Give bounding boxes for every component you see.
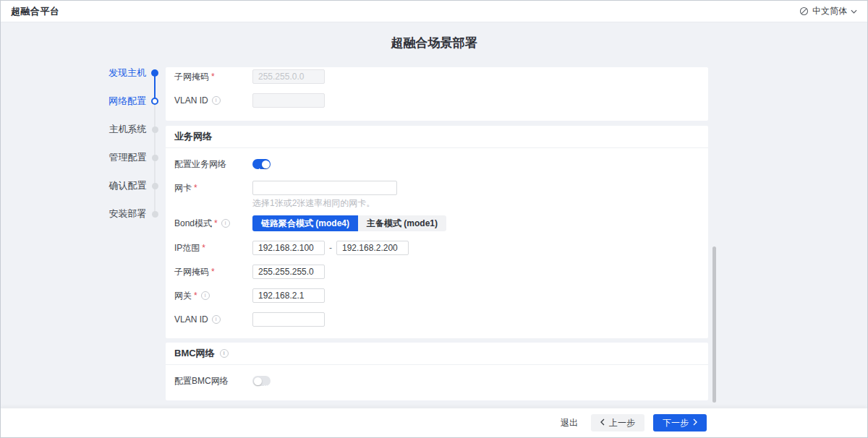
card-business-network: 业务网络 配置业务网络 网卡 * [166, 126, 708, 338]
step-item-confirm-config[interactable]: 确认配置 [106, 181, 158, 191]
next-step-button[interactable]: 下一步 [653, 414, 707, 431]
language-selector[interactable]: 中文简体 [799, 5, 857, 17]
nic-helper-text: 选择1张或2张速率相同的网卡。 [252, 198, 699, 208]
business-vlan-id-input[interactable] [252, 312, 325, 327]
required-asterisk: * [202, 243, 205, 253]
field-label: VLAN ID i [174, 314, 252, 325]
step-item-install-deploy[interactable]: 安装部署 [106, 209, 158, 219]
field-label-text: IP范围 [174, 242, 200, 254]
field-label-text: 子网掩码 [174, 71, 209, 83]
topbar: 超融合平台 中文简体 [1, 1, 867, 22]
stepper-line [154, 73, 156, 214]
step-label: 主机系统 [109, 123, 147, 136]
step-label: 管理配置 [109, 151, 147, 164]
gateway-input[interactable] [252, 288, 325, 303]
form-row-gateway: 网关 * i [174, 288, 699, 303]
mgmt-vlan-id-input [252, 93, 325, 108]
bmc-network-toggle[interactable] [252, 376, 271, 386]
prev-step-label: 上一步 [609, 418, 635, 427]
field-label-text: 网关 [174, 290, 192, 302]
language-label: 中文简体 [812, 5, 847, 17]
step-item-host-system[interactable]: 主机系统 [106, 124, 158, 134]
scrollbar-thumb[interactable] [712, 246, 716, 403]
info-icon[interactable]: i [221, 219, 230, 228]
step-item-network-config[interactable]: 网络配置 [106, 96, 158, 106]
cross-icon [263, 379, 268, 392]
toggle-knob [254, 377, 262, 385]
form-row-bmc-toggle: 配置BMC网络 [174, 374, 699, 388]
check-icon [256, 162, 260, 175]
info-icon[interactable]: i [201, 291, 210, 300]
field-label: 配置BMC网络 [174, 375, 252, 387]
wizard-footer: 退出 上一步 下一步 [1, 408, 867, 437]
step-dot-pending [152, 211, 158, 218]
step-label: 确认配置 [109, 179, 147, 192]
chevron-right-icon [693, 418, 697, 427]
field-label: 配置业务网络 [174, 158, 252, 171]
field-label-text: VLAN ID [174, 95, 208, 106]
business-subnet-mask-input[interactable] [252, 265, 325, 279]
field-label-text: 网卡 [174, 182, 192, 194]
bmc-network-form: 配置BMC网络 [166, 365, 708, 388]
required-asterisk: * [194, 183, 197, 193]
brand-logo: 超融合平台 [11, 5, 60, 18]
form-row-ip-range: IP范围 * - [174, 241, 699, 255]
step-dot-current [151, 98, 158, 105]
form-row-business-toggle: 配置业务网络 [174, 157, 699, 171]
form-row-vlan-id: VLAN ID i [174, 312, 699, 327]
form-row-vlan-id: VLAN ID i [174, 93, 699, 108]
required-asterisk: * [211, 267, 215, 277]
field-label-text: VLAN ID [174, 314, 208, 325]
field-label: 子网掩码 * [174, 266, 252, 278]
step-item-management-config[interactable]: 管理配置 [106, 153, 158, 163]
field-label: Bond模式 * i [174, 218, 252, 230]
step-label: 发现主机 [109, 66, 146, 80]
step-dot-done [151, 69, 158, 77]
mgmt-subnet-mask-input [252, 69, 325, 84]
field-label: 网卡 * [174, 182, 252, 194]
toggle-knob [262, 160, 270, 168]
ip-range-end-input[interactable] [336, 241, 409, 255]
chevron-down-icon [851, 9, 857, 14]
form-row-subnet-mask: 子网掩码 * [174, 265, 699, 279]
field-label-text: 配置业务网络 [174, 158, 226, 171]
business-network-toggle[interactable] [252, 159, 271, 169]
form-row-bond-mode: Bond模式 * i 链路聚合模式 (mode4) 主备模式 (mode1) [174, 215, 699, 231]
bond-mode4-button[interactable]: 链路聚合模式 (mode4) [252, 215, 358, 231]
form-row-nic: 网卡 * [174, 181, 699, 195]
step-label: 安装部署 [109, 207, 147, 220]
step-dot-pending [152, 183, 158, 189]
card-bmc-network: BMC网络 i 配置BMC网络 [166, 343, 708, 400]
card-management-network: 子网掩码 * VLAN ID i [166, 67, 708, 121]
deployment-wizard-app: 超融合平台 中文简体 超融合场景部署 发现主机 网络配置 主机系统 [0, 0, 868, 438]
field-label-text: 配置BMC网络 [174, 375, 229, 387]
field-label-text: 子网掩码 [174, 266, 209, 278]
next-step-label: 下一步 [663, 418, 689, 427]
required-asterisk: * [194, 291, 197, 301]
section-title-business-network: 业务网络 [166, 126, 708, 148]
page-title: 超融合场景部署 [1, 35, 867, 51]
required-asterisk: * [211, 72, 215, 82]
field-label: VLAN ID i [174, 95, 252, 106]
bond-mode1-button[interactable]: 主备模式 (mode1) [358, 215, 446, 231]
form-row-subnet-mask: 子网掩码 * [174, 69, 699, 84]
info-icon[interactable]: i [212, 315, 221, 324]
step-dot-pending [152, 155, 158, 161]
nic-input[interactable] [252, 181, 397, 195]
ip-range-start-input[interactable] [252, 241, 325, 255]
field-label: IP范围 * [174, 242, 252, 254]
language-globe-icon [799, 7, 809, 16]
exit-button[interactable]: 退出 [556, 414, 582, 431]
business-network-form: 配置业务网络 网卡 * 选择1张或2张速率相同的网卡。 [166, 148, 708, 327]
info-icon[interactable]: i [220, 349, 229, 358]
section-title-text: BMC网络 [174, 347, 215, 360]
section-title-bmc-network: BMC网络 i [166, 343, 708, 365]
wizard-stepper: 发现主机 网络配置 主机系统 管理配置 确认配置 安装部署 [106, 68, 158, 237]
prev-step-button[interactable]: 上一步 [591, 414, 644, 431]
step-dot-pending [152, 126, 158, 133]
bond-mode-group: 链路聚合模式 (mode4) 主备模式 (mode1) [252, 215, 446, 231]
ip-range-separator: - [329, 243, 332, 253]
step-item-discover-hosts[interactable]: 发现主机 [106, 68, 158, 78]
info-icon[interactable]: i [212, 96, 221, 105]
field-label: 网关 * i [174, 290, 252, 302]
